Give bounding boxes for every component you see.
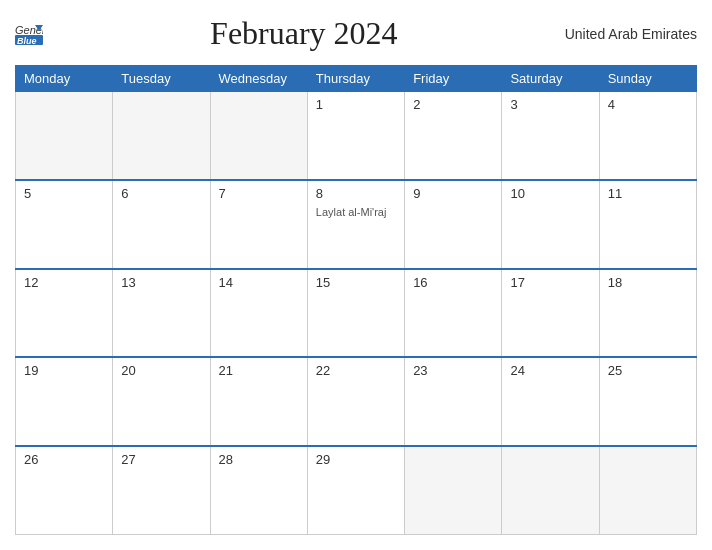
- calendar-table: Monday Tuesday Wednesday Thursday Friday…: [15, 65, 697, 535]
- day-number: 25: [608, 363, 688, 378]
- calendar-day-cell: 12: [16, 269, 113, 358]
- calendar-day-cell: 18: [599, 269, 696, 358]
- day-number: 17: [510, 275, 590, 290]
- weekday-wednesday: Wednesday: [210, 66, 307, 92]
- weekday-friday: Friday: [405, 66, 502, 92]
- calendar-day-cell: 11: [599, 180, 696, 269]
- day-number: 23: [413, 363, 493, 378]
- logo: General Blue: [15, 23, 43, 45]
- day-number: 22: [316, 363, 396, 378]
- calendar-day-cell: 22: [307, 357, 404, 446]
- day-number: 21: [219, 363, 299, 378]
- calendar-day-cell: 16: [405, 269, 502, 358]
- calendar-day-cell: 28: [210, 446, 307, 535]
- weekday-sunday: Sunday: [599, 66, 696, 92]
- calendar-day-cell: 8Laylat al-Mi'raj: [307, 180, 404, 269]
- calendar-day-cell: 4: [599, 92, 696, 181]
- calendar-day-cell: 2: [405, 92, 502, 181]
- logo-icon: General Blue: [15, 23, 43, 45]
- weekday-tuesday: Tuesday: [113, 66, 210, 92]
- weekday-saturday: Saturday: [502, 66, 599, 92]
- calendar-week-row: 26272829: [16, 446, 697, 535]
- day-number: 11: [608, 186, 688, 201]
- calendar-day-cell: 13: [113, 269, 210, 358]
- calendar-header: General Blue February 2024 United Arab E…: [15, 10, 697, 57]
- calendar-day-cell: 5: [16, 180, 113, 269]
- svg-text:Blue: Blue: [17, 36, 37, 45]
- month-title: February 2024: [210, 15, 398, 52]
- calendar-week-row: 19202122232425: [16, 357, 697, 446]
- calendar-day-cell: [405, 446, 502, 535]
- weekday-header-row: Monday Tuesday Wednesday Thursday Friday…: [16, 66, 697, 92]
- day-number: 3: [510, 97, 590, 112]
- day-number: 6: [121, 186, 201, 201]
- day-number: 4: [608, 97, 688, 112]
- calendar-day-cell: 3: [502, 92, 599, 181]
- day-number: 26: [24, 452, 104, 467]
- calendar-day-cell: 27: [113, 446, 210, 535]
- calendar-day-cell: 7: [210, 180, 307, 269]
- calendar-day-cell: 21: [210, 357, 307, 446]
- calendar-day-cell: [599, 446, 696, 535]
- calendar-day-cell: 19: [16, 357, 113, 446]
- day-number: 20: [121, 363, 201, 378]
- calendar-day-cell: [113, 92, 210, 181]
- calendar-day-cell: [502, 446, 599, 535]
- calendar-day-cell: 10: [502, 180, 599, 269]
- country-label: United Arab Emirates: [565, 26, 697, 42]
- calendar-day-cell: 1: [307, 92, 404, 181]
- event-label: Laylat al-Mi'raj: [316, 206, 387, 218]
- calendar-day-cell: 23: [405, 357, 502, 446]
- calendar-day-cell: 24: [502, 357, 599, 446]
- weekday-monday: Monday: [16, 66, 113, 92]
- day-number: 13: [121, 275, 201, 290]
- calendar-day-cell: 25: [599, 357, 696, 446]
- calendar-day-cell: 9: [405, 180, 502, 269]
- day-number: 12: [24, 275, 104, 290]
- day-number: 14: [219, 275, 299, 290]
- day-number: 8: [316, 186, 396, 201]
- calendar-day-cell: [16, 92, 113, 181]
- calendar-day-cell: 6: [113, 180, 210, 269]
- day-number: 16: [413, 275, 493, 290]
- day-number: 19: [24, 363, 104, 378]
- day-number: 29: [316, 452, 396, 467]
- calendar-day-cell: [210, 92, 307, 181]
- calendar-day-cell: 26: [16, 446, 113, 535]
- day-number: 7: [219, 186, 299, 201]
- day-number: 2: [413, 97, 493, 112]
- day-number: 27: [121, 452, 201, 467]
- day-number: 9: [413, 186, 493, 201]
- calendar-day-cell: 14: [210, 269, 307, 358]
- calendar-week-row: 12131415161718: [16, 269, 697, 358]
- day-number: 24: [510, 363, 590, 378]
- calendar-container: General Blue February 2024 United Arab E…: [0, 0, 712, 550]
- day-number: 28: [219, 452, 299, 467]
- calendar-day-cell: 17: [502, 269, 599, 358]
- calendar-day-cell: 15: [307, 269, 404, 358]
- calendar-week-row: 1234: [16, 92, 697, 181]
- day-number: 10: [510, 186, 590, 201]
- calendar-day-cell: 29: [307, 446, 404, 535]
- day-number: 1: [316, 97, 396, 112]
- calendar-day-cell: 20: [113, 357, 210, 446]
- day-number: 18: [608, 275, 688, 290]
- calendar-week-row: 5678Laylat al-Mi'raj91011: [16, 180, 697, 269]
- day-number: 5: [24, 186, 104, 201]
- weekday-thursday: Thursday: [307, 66, 404, 92]
- day-number: 15: [316, 275, 396, 290]
